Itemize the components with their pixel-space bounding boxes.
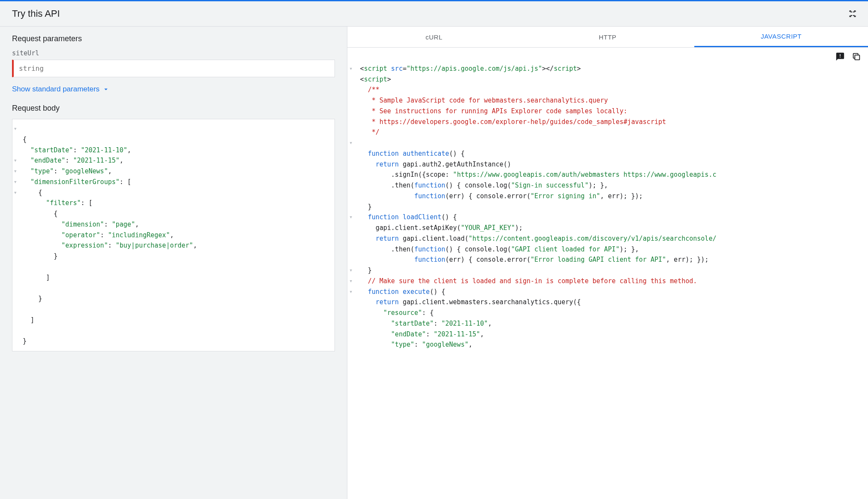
script-src: https://apis.google.com/js/api.js [410, 65, 538, 73]
jsdoc-l4: * https://developers.google.com/explorer… [368, 118, 666, 126]
jsdoc-l3: * See instructions for running APIs Expl… [368, 107, 627, 115]
panel-title: Try this API [12, 8, 60, 19]
body-type: googleNews [65, 167, 104, 175]
show-standard-label: Show standard parameters [12, 85, 99, 94]
tab-http[interactable]: HTTP [521, 27, 694, 47]
request-body-editor[interactable]: ▼ ▼ ▼ ▼ ▼{ "startDate": "2021-11-10", "e… [12, 119, 335, 351]
signin-ok: Sign-in successful [515, 181, 585, 189]
code-tabs: cURL HTTP JAVASCRIPT [347, 27, 868, 48]
report-issue-icon[interactable] [835, 51, 846, 62]
gapi-load-err: Error loading GAPI client for API [534, 256, 662, 263]
gapi-loaded: GAPI client loaded for API [515, 245, 616, 253]
siteurl-input[interactable] [12, 60, 335, 77]
auth-scope: https://www.googleapis.com/auth/webmaste… [457, 171, 716, 178]
jsdoc-l1: /** [368, 86, 380, 94]
chevron-down-icon [102, 85, 110, 93]
body-expression: buy|purchase|order [120, 242, 190, 249]
res-enddate: 2021-11-15 [437, 330, 476, 338]
signin-err: Error signing in [534, 192, 597, 200]
right-pane: cURL HTTP JAVASCRIPT ▼ ▼ ▼ ▼ ▼ ▼<script … [347, 27, 868, 499]
code-sample[interactable]: ▼ ▼ ▼ ▼ ▼ ▼<script src="https://apis.goo… [347, 48, 868, 499]
main-split: Request parameters siteUrl Show standard… [0, 27, 868, 499]
svg-rect-0 [855, 55, 859, 60]
body-startdate: 2021-11-10 [85, 146, 124, 154]
jsdoc-l5: */ [368, 128, 380, 136]
siteurl-label: siteUrl [12, 49, 335, 57]
api-key: YOUR_API_KEY [464, 224, 511, 232]
panel-header: Try this API [0, 1, 868, 27]
discovery-url: https://content.googleapis.com/discovery… [473, 235, 717, 242]
res-startdate: 2021-11-10 [445, 320, 484, 327]
make-sure-comment: // Make sure the client is loaded and si… [368, 277, 697, 285]
collapse-icon[interactable] [847, 9, 858, 19]
copy-icon[interactable] [851, 51, 862, 62]
left-pane: Request parameters siteUrl Show standard… [0, 27, 347, 499]
code-wrap: ▼ ▼ ▼ ▼ ▼ ▼<script src="https://apis.goo… [347, 48, 868, 499]
jsdoc-l2: * Sample JavaScript code for webmasters.… [368, 97, 608, 104]
body-operator: includingRegex [112, 231, 166, 239]
code-actions [835, 51, 862, 62]
tab-curl[interactable]: cURL [347, 27, 521, 47]
editor-fold-gutter: ▼ ▼ ▼ ▼ ▼ [14, 124, 16, 198]
body-enddate: 2021-11-15 [77, 157, 115, 164]
code-fold-gutter: ▼ ▼ ▼ ▼ ▼ ▼ [350, 53, 352, 297]
request-params-heading: Request parameters [12, 34, 335, 43]
body-dimension: page [116, 221, 131, 228]
try-api-panel: Try this API Request parameters siteUrl … [0, 0, 868, 499]
res-type: googleNews [426, 341, 464, 348]
request-body-heading: Request body [12, 104, 335, 113]
show-standard-parameters-link[interactable]: Show standard parameters [12, 85, 110, 94]
tab-javascript[interactable]: JAVASCRIPT [694, 27, 868, 47]
